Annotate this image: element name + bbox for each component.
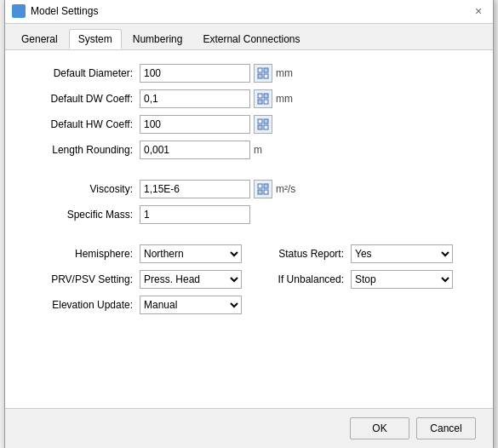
elevation-row: Elevation Update: Manual Auto (22, 296, 242, 314)
dialog-buttons: OK Cancel (5, 408, 493, 448)
default-diameter-label: Default Diameter: (22, 67, 133, 79)
default-diameter-row: Default Diameter: mm (22, 64, 476, 83)
default-diameter-unit: mm (276, 67, 293, 79)
model-settings-dialog: Model Settings × General System Numberin… (4, 0, 494, 448)
tab-bar: General System Numbering External Connec… (5, 24, 493, 50)
default-diameter-input[interactable] (140, 64, 250, 83)
tab-numbering[interactable]: Numbering (123, 29, 192, 49)
default-dw-row: Default DW Coeff: mm (22, 89, 476, 108)
specific-mass-input[interactable] (140, 205, 250, 224)
svg-rect-4 (258, 94, 262, 98)
if-unbalanced-label: If Unbalanced: (259, 273, 344, 285)
default-dw-label: Default DW Coeff: (22, 93, 133, 105)
svg-rect-8 (258, 119, 262, 123)
dialog-icon (12, 4, 26, 18)
cancel-button[interactable]: Cancel (416, 417, 476, 439)
svg-rect-9 (264, 119, 268, 123)
default-dw-input[interactable] (140, 89, 250, 108)
default-diameter-unit-icon[interactable] (254, 64, 272, 83)
if-unbalanced-select[interactable]: Stop Continue Warn (351, 270, 453, 289)
tab-external-connections[interactable]: External Connections (193, 29, 309, 49)
status-report-row: Status Report: Yes No (259, 244, 476, 263)
length-rounding-label: Length Rounding: (22, 144, 133, 156)
status-report-select[interactable]: Yes No (351, 244, 453, 263)
viscosity-unit: m²/s (276, 183, 295, 195)
left-dropdowns: Hemisphere: Northern Southern PRV/PSV Se… (22, 244, 242, 321)
svg-rect-6 (258, 100, 262, 104)
elevation-select[interactable]: Manual Auto (140, 296, 242, 314)
prv-label: PRV/PSV Setting: (22, 273, 133, 285)
dialog-title: Model Settings (31, 5, 471, 17)
default-dw-unit-icon[interactable] (254, 89, 272, 108)
tab-content: Default Diameter: mm Default DW Coeff: (5, 50, 493, 408)
svg-rect-11 (264, 125, 268, 129)
tab-system[interactable]: System (69, 29, 122, 49)
svg-rect-15 (264, 190, 268, 194)
svg-rect-14 (258, 190, 262, 194)
viscosity-input[interactable] (140, 180, 250, 198)
default-hw-unit-icon[interactable] (254, 115, 272, 134)
svg-rect-7 (264, 100, 268, 104)
length-rounding-unit: m (254, 144, 262, 156)
length-rounding-input[interactable] (140, 141, 250, 159)
default-hw-row: Default HW Coeff: (22, 115, 476, 134)
svg-rect-3 (264, 74, 268, 78)
svg-rect-1 (264, 68, 268, 72)
svg-rect-10 (258, 125, 262, 129)
ok-button[interactable]: OK (350, 417, 409, 439)
tab-general[interactable]: General (12, 29, 67, 49)
viscosity-unit-icon[interactable] (254, 180, 272, 198)
length-rounding-row: Length Rounding: m (22, 141, 476, 159)
svg-rect-2 (258, 74, 262, 78)
if-unbalanced-row: If Unbalanced: Stop Continue Warn (259, 270, 476, 289)
bottom-section: Hemisphere: Northern Southern PRV/PSV Se… (22, 244, 476, 321)
svg-rect-12 (258, 184, 262, 188)
default-hw-input[interactable] (140, 115, 250, 134)
default-dw-unit: mm (276, 93, 293, 105)
hemisphere-select[interactable]: Northern Southern (140, 244, 242, 263)
specific-mass-row: Specific Mass: (22, 205, 476, 224)
status-report-label: Status Report: (259, 248, 344, 260)
titlebar: Model Settings × (5, 0, 493, 24)
close-button[interactable]: × (471, 3, 486, 19)
hemisphere-label: Hemisphere: (22, 248, 133, 260)
prv-select[interactable]: Press. Head Pressure HGL (140, 270, 242, 289)
right-dropdowns: Status Report: Yes No If Unbalanced: Sto… (242, 244, 476, 321)
specific-mass-label: Specific Mass: (22, 209, 133, 221)
elevation-label: Elevation Update: (22, 299, 133, 311)
viscosity-label: Viscosity: (22, 183, 133, 195)
svg-rect-13 (264, 184, 268, 188)
default-hw-label: Default HW Coeff: (22, 118, 133, 130)
hemisphere-row: Hemisphere: Northern Southern (22, 244, 242, 263)
viscosity-row: Viscosity: m²/s (22, 180, 476, 198)
svg-rect-0 (258, 68, 262, 72)
svg-rect-5 (264, 94, 268, 98)
prv-row: PRV/PSV Setting: Press. Head Pressure HG… (22, 270, 242, 289)
